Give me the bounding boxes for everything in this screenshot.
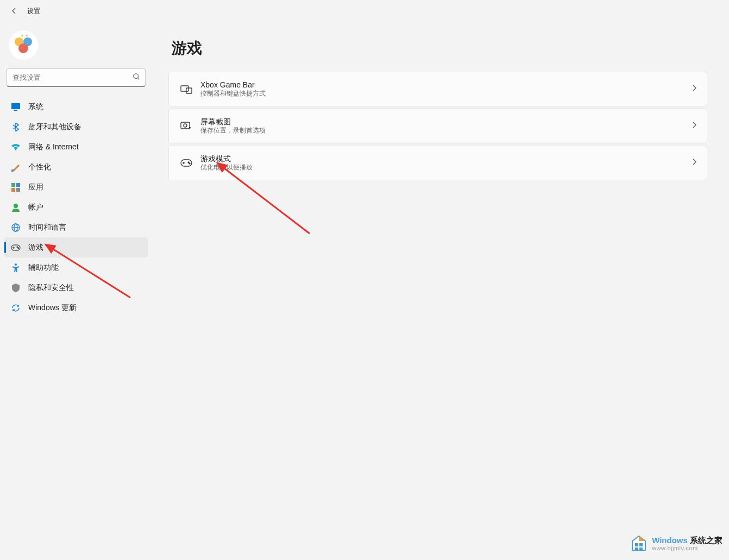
capture-icon — [179, 121, 194, 131]
sidebar-item-label: 游戏 — [28, 243, 43, 253]
sidebar-item-accessibility[interactable]: 辅助功能 — [4, 257, 148, 278]
card-subtitle: 控制器和键盘快捷方式 — [200, 90, 692, 98]
svg-rect-10 — [11, 188, 15, 192]
sidebar-item-bluetooth[interactable]: 蓝牙和其他设备 — [4, 117, 148, 137]
sync-icon — [11, 303, 21, 313]
sidebar: 系统 蓝牙和其他设备 网络 & Internet 个性化 — [0, 22, 152, 560]
card-title: 游戏模式 — [200, 154, 692, 163]
sidebar-item-label: 应用 — [28, 183, 43, 192]
svg-rect-29 — [639, 543, 643, 546]
sidebar-item-label: 个性化 — [28, 162, 51, 172]
apps-grid-icon — [11, 183, 21, 192]
card-subtitle: 保存位置，录制首选项 — [200, 127, 692, 135]
sidebar-item-privacy[interactable]: 隐私和安全性 — [4, 278, 148, 298]
gamepad-icon — [11, 243, 21, 253]
svg-rect-20 — [186, 88, 192, 93]
svg-point-25 — [189, 163, 190, 164]
user-avatar — [9, 30, 38, 60]
svg-rect-9 — [16, 183, 20, 187]
svg-point-22 — [184, 124, 187, 127]
chevron-right-icon — [692, 84, 697, 94]
sidebar-item-windows-update[interactable]: Windows 更新 — [4, 298, 148, 318]
title-bar: 设置 — [0, 0, 729, 22]
search-input[interactable] — [7, 68, 146, 87]
sidebar-item-label: 系统 — [28, 102, 43, 112]
globe-icon — [11, 223, 21, 232]
app-title: 设置 — [27, 7, 40, 16]
svg-point-17 — [18, 248, 19, 249]
svg-point-3 — [134, 74, 139, 79]
sidebar-item-label: 帐户 — [28, 203, 43, 212]
sidebar-item-accounts[interactable]: 帐户 — [4, 197, 148, 217]
svg-point-6 — [15, 149, 16, 150]
bluetooth-icon — [11, 122, 21, 132]
svg-rect-28 — [635, 543, 638, 546]
sidebar-item-label: Windows 更新 — [28, 303, 77, 313]
xbox-bar-icon — [179, 84, 194, 94]
sidebar-item-label: 蓝牙和其他设备 — [28, 122, 81, 132]
search-box[interactable] — [7, 68, 146, 87]
avatar-image-icon — [10, 32, 36, 58]
svg-rect-5 — [14, 110, 17, 111]
sidebar-item-personalization[interactable]: 个性化 — [4, 157, 148, 177]
page-title: 游戏 — [172, 38, 707, 59]
shield-icon — [11, 283, 21, 293]
svg-rect-11 — [16, 188, 20, 192]
main-content: 游戏 Xbox Game Bar 控制器和键盘快捷方式 屏幕截图 保存位置，录制… — [152, 22, 729, 560]
paintbrush-icon — [11, 162, 21, 172]
card-game-mode[interactable]: 游戏模式 优化电脑以便播放 — [168, 146, 707, 180]
person-icon — [11, 203, 21, 212]
svg-point-24 — [188, 162, 189, 163]
game-mode-icon — [179, 159, 194, 167]
svg-rect-8 — [11, 183, 15, 187]
svg-rect-30 — [635, 548, 638, 550]
watermark-brand: Windows 系统之家 — [652, 536, 722, 545]
sidebar-item-label: 时间和语言 — [28, 223, 66, 232]
sidebar-item-label: 辅助功能 — [28, 263, 59, 273]
watermark: Windows 系统之家 www.bjjmlv.com — [629, 534, 722, 553]
sidebar-item-system[interactable]: 系统 — [4, 97, 148, 117]
watermark-logo-icon — [629, 534, 649, 553]
back-button[interactable] — [8, 4, 21, 17]
card-subtitle: 优化电脑以便播放 — [200, 163, 692, 172]
svg-rect-31 — [639, 548, 643, 550]
svg-rect-21 — [181, 122, 190, 129]
nav-list: 系统 蓝牙和其他设备 网络 & Internet 个性化 — [4, 97, 148, 318]
arrow-left-icon — [10, 7, 18, 15]
user-avatar-block[interactable] — [4, 27, 148, 67]
card-title: 屏幕截图 — [200, 117, 692, 127]
accessibility-icon — [11, 263, 21, 273]
watermark-url: www.bjjmlv.com — [652, 545, 722, 551]
svg-point-16 — [17, 247, 18, 248]
wifi-icon — [11, 142, 21, 152]
monitor-icon — [11, 102, 21, 112]
chevron-right-icon — [692, 121, 697, 131]
sidebar-item-label: 网络 & Internet — [28, 142, 79, 152]
svg-rect-19 — [181, 86, 188, 91]
svg-rect-4 — [11, 103, 20, 109]
sidebar-item-apps[interactable]: 应用 — [4, 177, 148, 197]
card-captures[interactable]: 屏幕截图 保存位置，录制首选项 — [168, 109, 707, 143]
card-title: Xbox Game Bar — [200, 80, 692, 90]
sidebar-item-label: 隐私和安全性 — [28, 283, 74, 293]
card-xbox-game-bar[interactable]: Xbox Game Bar 控制器和键盘快捷方式 — [168, 72, 707, 106]
svg-point-12 — [14, 204, 18, 208]
sidebar-item-time-language[interactable]: 时间和语言 — [4, 217, 148, 237]
chevron-right-icon — [692, 158, 697, 168]
svg-point-18 — [15, 263, 17, 266]
svg-point-2 — [18, 43, 28, 53]
search-icon — [133, 73, 140, 83]
svg-rect-7 — [11, 169, 14, 172]
sidebar-item-gaming[interactable]: 游戏 — [4, 237, 148, 257]
sidebar-item-network[interactable]: 网络 & Internet — [4, 137, 148, 157]
